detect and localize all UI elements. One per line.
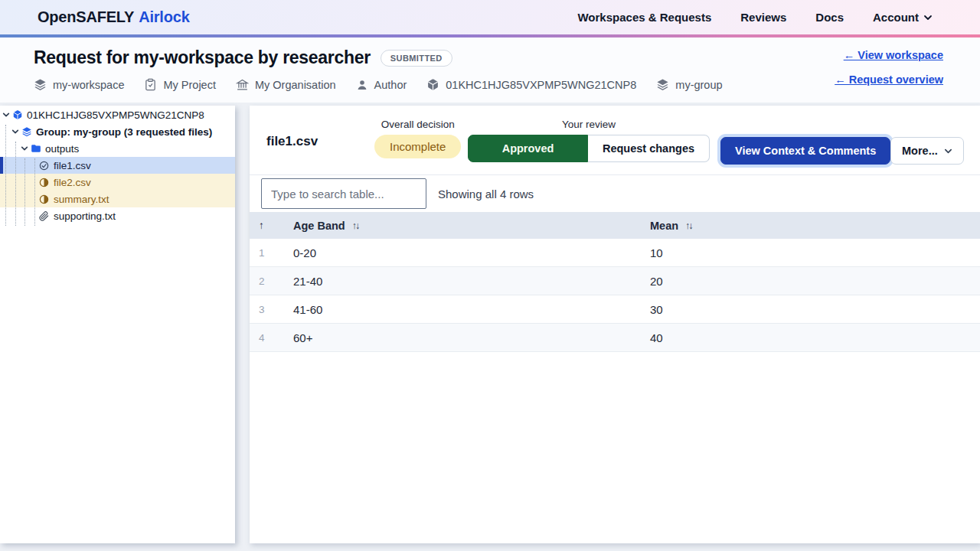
search-input[interactable] [261,178,426,209]
chevron-down-icon[interactable] [2,111,10,119]
brand-logo[interactable]: OpenSAFELY Airlock [38,8,190,26]
tree-item-label: 01KHC1HJG85VXPMP5WNG21CNP8 [27,109,204,121]
nav-account-menu[interactable]: Account [873,11,933,24]
request-changes-button[interactable]: Request changes [588,135,710,162]
bank-icon [236,78,249,91]
column-header-label: Mean [650,220,678,232]
cell-age-band: 60+ [283,331,640,344]
request-header: Request for my-workspace by researcher S… [0,37,980,103]
row-number: 2 [250,276,283,287]
cell-mean: 40 [640,331,980,344]
meta-request-id: 01KHC1HJG85VXPMP5WNG21CNP8 [426,78,636,91]
brand-primary: OpenSAFELY [38,8,134,26]
tree-item-label: file2.csv [54,177,91,188]
cube-icon [426,78,439,91]
chevron-down-icon [944,147,952,155]
tree-item-outputs-folder[interactable]: outputs [0,140,235,157]
tree-item-label: file1.csv [54,160,91,171]
meta-request-id-label: 01KHC1HJG85VXPMP5WNG21CNP8 [446,79,636,91]
row-number: 1 [250,247,283,259]
row-number: 3 [250,304,283,315]
cell-mean: 20 [640,275,980,288]
clipboard-icon [144,78,157,91]
tree-item-label: Group: my-group (3 requested files) [36,126,212,138]
brand-secondary: Airlock [139,8,189,26]
sort-icon: ↑↓ [352,220,359,231]
request-meta-row: my-workspace My Project My Organisation … [34,78,943,91]
more-button-label: More... [902,145,938,157]
nav-reviews[interactable]: Reviews [740,11,786,24]
tree-item-summary[interactable]: summary.txt [0,191,235,207]
meta-organisation-label: My Organisation [255,79,336,91]
row-count-status: Showing all 4 rows [438,187,534,201]
pending-circle-icon [39,178,49,187]
chevron-down-icon[interactable] [21,145,28,152]
status-badge: SUBMITTED [381,50,452,67]
column-header-mean[interactable]: Mean ↑↓ [640,220,980,232]
check-circle-icon [39,161,49,171]
sort-icon: ↑↓ [685,220,692,231]
sort-ascending-icon: ↑ [259,220,264,231]
meta-workspace-label: my-workspace [53,79,124,91]
meta-group-label: my-group [675,79,722,91]
table-search-row: Showing all 4 rows [250,174,980,212]
more-button[interactable]: More... [890,137,964,165]
tree-item-label: outputs [45,143,79,155]
column-header-label: Age Band [293,220,345,232]
column-header-age-band[interactable]: Age Band ↑↓ [283,220,640,232]
tree-item-label: summary.txt [54,194,109,205]
file-title: file1.csv [266,134,318,149]
overall-decision-label: Overall decision [381,119,455,130]
meta-project-label: My Project [163,79,216,91]
meta-author-label: Author [374,79,407,91]
cell-age-band: 41-60 [283,303,640,316]
layers-icon [34,78,47,91]
top-navbar: OpenSAFELY Airlock Workspaces & Requests… [0,0,980,34]
approved-button[interactable]: Approved [468,135,588,162]
tree-item-group[interactable]: Group: my-group (3 requested files) [0,123,235,140]
your-review-label: Your review [562,119,616,130]
nav-links: Workspaces & Requests Reviews Docs Accou… [577,11,933,24]
view-context-comments-button[interactable]: View Context & Comments [720,137,890,165]
file-tree: 01KHC1HJG85VXPMP5WNG21CNP8 Group: my-gro… [0,106,235,224]
folder-icon [31,143,41,154]
pending-circle-icon [39,194,49,204]
nav-docs[interactable]: Docs [815,11,844,24]
cell-mean: 30 [640,303,980,316]
cell-mean: 10 [640,246,980,259]
meta-workspace: my-workspace [34,78,124,91]
cell-age-band: 0-20 [283,246,640,259]
table-header-row: ↑ Age Band ↑↓ Mean ↑↓ [250,212,980,239]
file-header: file1.csv Overall decision Incomplete Yo… [250,106,980,174]
meta-author: Author [356,79,407,91]
table-row: 3 41-60 30 [250,295,980,324]
file-review-panel: file1.csv Overall decision Incomplete Yo… [250,106,980,543]
cube-icon [12,109,23,120]
page-title: Request for my-workspace by researcher [34,47,371,68]
tree-item-file2[interactable]: file2.csv [0,174,235,191]
tree-item-file1[interactable]: file1.csv [0,157,235,174]
content-area: 01KHC1HJG85VXPMP5WNG21CNP8 Group: my-gro… [0,106,980,551]
table-row: 4 60+ 40 [250,324,980,352]
tree-item-request[interactable]: 01KHC1HJG85VXPMP5WNG21CNP8 [0,106,235,123]
view-workspace-link[interactable]: ← View workspace [844,49,943,61]
tree-item-supporting[interactable]: supporting.txt [0,207,235,224]
file-tree-sidebar: 01KHC1HJG85VXPMP5WNG21CNP8 Group: my-gro… [0,106,235,543]
request-overview-link[interactable]: ← Request overview [835,73,943,86]
nav-workspaces-requests[interactable]: Workspaces & Requests [577,11,711,24]
meta-group: my-group [656,78,722,91]
overall-decision-group: Overall decision Incomplete [374,119,461,158]
row-number: 4 [250,332,283,344]
meta-project: My Project [144,78,216,91]
chevron-down-icon[interactable] [11,128,19,135]
meta-organisation: My Organisation [236,78,336,91]
index-sort-header[interactable]: ↑ [250,220,283,231]
layers-icon [656,78,669,91]
user-icon [356,79,368,91]
tree-item-label: supporting.txt [54,210,116,222]
nav-account-label: Account [873,11,919,24]
layers-icon [21,126,32,137]
table-row: 2 21-40 20 [250,267,980,295]
your-review-group: Your review Approved Request changes [468,119,710,162]
cell-age-band: 21-40 [283,275,640,288]
